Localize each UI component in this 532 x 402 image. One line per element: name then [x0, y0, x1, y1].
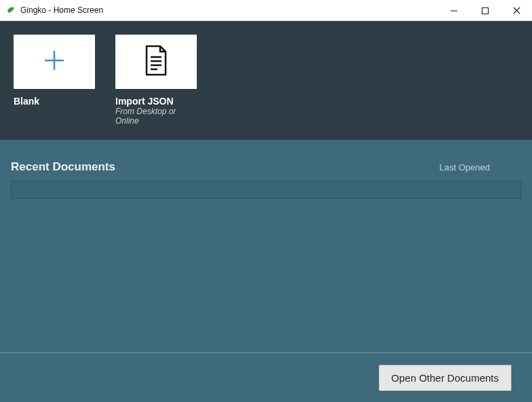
window-title: Gingko - Home Screen — [20, 5, 103, 15]
open-other-documents-button[interactable]: Open Other Documents — [379, 365, 512, 391]
template-blank-title: Blank — [14, 96, 95, 107]
titlebar: Gingko - Home Screen — [0, 0, 532, 21]
recent-row-empty[interactable] — [11, 181, 521, 199]
template-import-json[interactable]: Import JSON From Desktop or Online — [115, 35, 197, 126]
template-import-box — [115, 35, 197, 89]
close-button[interactable] — [501, 0, 532, 21]
plus-icon — [41, 47, 68, 77]
recent-heading: Recent Documents — [11, 160, 115, 174]
window-controls — [438, 0, 532, 21]
footer: Open Other Documents — [0, 352, 532, 402]
template-import-title: Import JSON — [115, 96, 197, 107]
template-blank-box — [14, 35, 95, 89]
app-body: Blank Import JSON — [0, 21, 532, 402]
template-blank[interactable]: Blank — [14, 35, 95, 126]
minimize-button[interactable] — [438, 0, 470, 21]
recent-panel: Recent Documents Last Opened — [0, 140, 532, 352]
app-icon — [5, 5, 16, 16]
recent-header: Recent Documents Last Opened — [11, 160, 521, 174]
svg-rect-1 — [482, 7, 489, 14]
template-import-subtitle: From Desktop or Online — [115, 107, 197, 126]
templates-panel: Blank Import JSON — [0, 21, 532, 140]
last-opened-label: Last Opened — [440, 162, 490, 172]
document-icon — [142, 45, 170, 79]
template-cards: Blank Import JSON — [14, 35, 518, 126]
maximize-button[interactable] — [470, 0, 501, 21]
